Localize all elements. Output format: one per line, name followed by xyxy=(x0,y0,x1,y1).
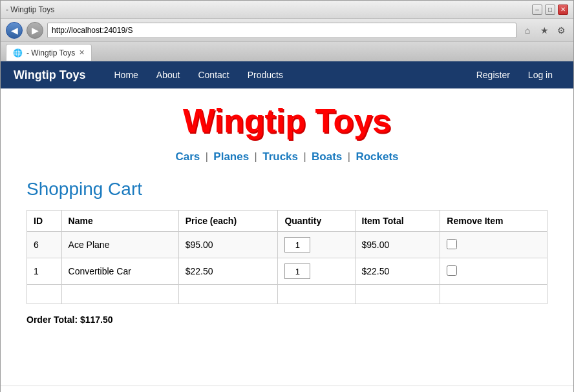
empty-4 xyxy=(278,285,355,304)
window-controls: – □ ✕ xyxy=(532,5,568,15)
page-content: Wingtip Toys Home About Contact Products… xyxy=(1,61,573,392)
main-content: Wingtip Toys Cars | Planes | Trucks | Bo… xyxy=(1,88,573,386)
category-trucks[interactable]: Trucks xyxy=(262,150,298,163)
sep-2: | xyxy=(255,151,257,162)
site-logo: Wingtip Toys xyxy=(27,101,547,140)
row1-qty-input[interactable] xyxy=(284,237,310,253)
title-bar-left: - Wingtip Toys xyxy=(6,5,54,14)
navbar-links: Home About Contact Products xyxy=(105,61,469,88)
table-row: 6 Ace Plane $95.00 $95.00 xyxy=(27,232,547,258)
order-total: Order Total: $117.50 xyxy=(27,315,547,325)
nav-contact[interactable]: Contact xyxy=(189,61,238,88)
tab-close-button[interactable]: ✕ xyxy=(79,48,85,57)
browser-toolbar: ⌂ ★ ⚙ xyxy=(520,23,568,37)
empty-6 xyxy=(440,285,547,304)
category-boats[interactable]: Boats xyxy=(312,150,342,163)
empty-1 xyxy=(27,285,62,304)
empty-5 xyxy=(355,285,440,304)
sep-4: | xyxy=(348,151,350,162)
row1-name: Ace Plane xyxy=(61,232,178,258)
col-price: Price (each) xyxy=(178,211,278,232)
nav-register[interactable]: Register xyxy=(469,61,518,88)
navbar: Wingtip Toys Home About Contact Products… xyxy=(1,61,573,88)
row2-remove-checkbox[interactable] xyxy=(447,265,457,276)
footer: © 2013 - Wingtip Toys xyxy=(1,386,573,392)
row1-price: $95.00 xyxy=(178,232,278,258)
nav-about[interactable]: About xyxy=(147,61,189,88)
title-bar: - Wingtip Toys – □ ✕ xyxy=(1,1,573,19)
browser-window: - Wingtip Toys – □ ✕ ◀ ▶ ⌂ ★ ⚙ 🌐 - Wingt… xyxy=(0,0,574,392)
row2-price: $22.50 xyxy=(178,258,278,285)
row1-remove-checkbox[interactable] xyxy=(447,239,457,249)
favorites-icon[interactable]: ★ xyxy=(537,23,551,37)
tab-icon: 🌐 xyxy=(13,48,23,57)
table-row-empty xyxy=(27,285,547,304)
forward-button[interactable]: ▶ xyxy=(27,22,43,39)
tab-title: - Wingtip Toys xyxy=(27,48,75,57)
cart-title: Shopping Cart xyxy=(27,179,547,200)
row2-qty-cell xyxy=(278,258,355,285)
col-id: ID xyxy=(27,211,62,232)
row2-qty-input[interactable] xyxy=(284,263,310,279)
browser-tab[interactable]: 🌐 - Wingtip Toys ✕ xyxy=(6,44,92,61)
sep-1: | xyxy=(206,151,208,162)
close-button[interactable]: ✕ xyxy=(558,5,568,15)
url-input[interactable] xyxy=(47,23,516,38)
col-remove: Remove Item xyxy=(440,211,547,232)
empty-2 xyxy=(61,285,178,304)
home-icon[interactable]: ⌂ xyxy=(520,23,535,37)
row1-id: 6 xyxy=(27,232,62,258)
col-quantity: Quantity xyxy=(278,211,355,232)
col-item-total: Item Total xyxy=(355,211,440,232)
tab-bar: 🌐 - Wingtip Toys ✕ xyxy=(1,42,573,61)
table-row: 1 Convertible Car $22.50 $22.50 xyxy=(27,258,547,285)
navbar-right: Register Log in xyxy=(469,61,560,88)
col-name: Name xyxy=(61,211,178,232)
row1-total: $95.00 xyxy=(355,232,440,258)
category-cars[interactable]: Cars xyxy=(175,150,200,163)
nav-login[interactable]: Log in xyxy=(520,61,560,88)
category-planes[interactable]: Planes xyxy=(213,150,249,163)
back-button[interactable]: ◀ xyxy=(6,22,23,39)
category-links: Cars | Planes | Trucks | Boats | Rockets xyxy=(27,150,547,163)
row2-name: Convertible Car xyxy=(61,258,178,285)
address-bar: ◀ ▶ ⌂ ★ ⚙ xyxy=(1,19,573,42)
nav-products[interactable]: Products xyxy=(239,61,292,88)
maximize-button[interactable]: □ xyxy=(545,5,555,15)
sep-3: | xyxy=(303,151,306,162)
row2-id: 1 xyxy=(27,258,62,285)
cart-table: ID Name Price (each) Quantity Item Total… xyxy=(27,210,547,304)
row2-remove-cell xyxy=(440,258,547,285)
row1-qty-cell xyxy=(278,232,355,258)
row1-remove-cell xyxy=(440,232,547,258)
settings-icon[interactable]: ⚙ xyxy=(554,23,568,37)
category-rockets[interactable]: Rockets xyxy=(356,150,398,163)
nav-home[interactable]: Home xyxy=(105,61,147,88)
window-title: - Wingtip Toys xyxy=(6,5,54,14)
minimize-button[interactable]: – xyxy=(532,5,542,15)
logo-text: Wingtip Toys xyxy=(183,102,391,139)
row2-total: $22.50 xyxy=(355,258,440,285)
empty-3 xyxy=(178,285,278,304)
navbar-brand[interactable]: Wingtip Toys xyxy=(14,68,86,82)
